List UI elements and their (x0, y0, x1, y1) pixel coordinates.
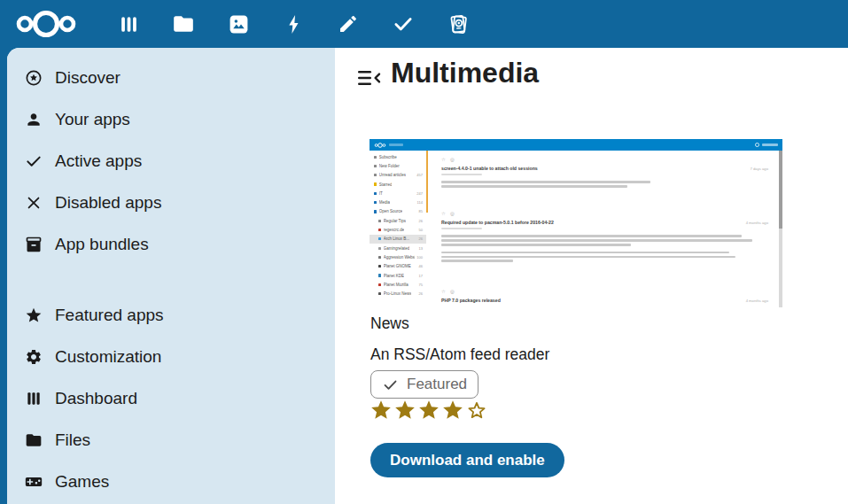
sidebar-item-games[interactable]: Games (7, 461, 335, 502)
main-content: Multimedia (335, 48, 848, 504)
sidebar-item-featured-apps[interactable]: Featured apps (7, 294, 335, 336)
sidebar-item-active-apps[interactable]: Active apps (7, 140, 335, 182)
feed-favicon (378, 247, 381, 250)
star-icon (25, 306, 43, 324)
feed-favicon (378, 274, 381, 276)
screenshot-scrollbar (779, 151, 782, 307)
feed-favicon (378, 283, 381, 286)
feed-list-item: Planet GNOME 46 (370, 262, 426, 271)
feed-favicon (378, 237, 381, 240)
screenshot-article-list: ☆◎ screen-4.4.0-1 unable to attach old s… (426, 151, 782, 307)
feed-list-item: Regular Tips 26 (370, 216, 426, 225)
sidebar-item-label: App bundles (55, 235, 149, 254)
feed-favicon (374, 210, 377, 213)
page-title: Multimedia (391, 57, 539, 89)
app-navigation (111, 6, 476, 42)
nextcloud-logo[interactable] (12, 4, 81, 43)
app-name: News (370, 314, 409, 333)
feed-favicon (378, 292, 381, 295)
sidebar-item-discover[interactable]: Discover (7, 57, 335, 98)
mini-nextcloud-logo (374, 142, 386, 149)
screenshot-topbar (370, 139, 782, 151)
sidebar-item-your-apps[interactable]: Your apps (7, 98, 335, 140)
gamepad-icon (25, 473, 43, 491)
dashboard-icon[interactable] (111, 6, 146, 42)
feed-list-item: regexcrc.de 50 (370, 225, 426, 234)
check-icon (25, 152, 43, 170)
close-icon (25, 194, 43, 212)
feed-list-item: Open Source 85 (370, 207, 426, 216)
feed-list-item: Aggression Websi... 100 (370, 252, 426, 261)
notes-icon[interactable] (331, 6, 366, 42)
star-filled-icon (417, 399, 440, 422)
feed-favicon (378, 265, 381, 268)
files-icon[interactable] (166, 6, 201, 42)
feed-list-item: Unread articles 457 (370, 171, 426, 180)
cards-icon[interactable] (440, 6, 476, 42)
download-enable-button[interactable]: Download and enable (370, 443, 564, 477)
article-body-placeholder (441, 174, 768, 188)
folder-icon (25, 431, 43, 449)
mini-eye-icon: ◎ (450, 211, 455, 216)
unread-indicator-line (426, 151, 428, 213)
content-panel: Discover Your apps Active apps Disabled … (7, 48, 848, 504)
screenshot-feed-list: Subscribe New Folder Unread articles (370, 151, 426, 307)
sidebar-item-label: Your apps (55, 110, 130, 129)
photos-icon[interactable] (221, 6, 256, 42)
app-description: An RSS/Atom feed reader (370, 345, 549, 364)
feed-list-item: Planet Mozilla 75 (370, 280, 426, 289)
feed-list-item: IT 247 (370, 189, 426, 198)
feed-favicon (374, 156, 377, 159)
feed-list-item: Pro-Linux News 26 (370, 289, 426, 298)
screenshot-body: Subscribe New Folder Unread articles (370, 151, 782, 307)
mini-eye-icon: ◎ (450, 289, 455, 294)
star-filled-icon (370, 399, 393, 422)
sidebar-item-label: Files (55, 430, 90, 450)
sidebar-item-customization[interactable]: Customization (7, 336, 335, 377)
star-rating (370, 399, 488, 422)
sidebar-item-label: Active apps (55, 151, 142, 171)
top-header-bar (0, 0, 848, 48)
feed-favicon (374, 165, 377, 167)
sidebar-item-label: Disabled apps (55, 193, 161, 213)
star-filled-icon (393, 399, 416, 422)
feed-list-item: Starred (370, 180, 426, 189)
tasks-icon[interactable] (385, 6, 421, 42)
screenshot-article: ☆◎ Required update to pacman-5.0.1 befor… (441, 211, 768, 262)
feed-favicon (378, 256, 381, 259)
open-navigation-icon[interactable] (356, 67, 383, 90)
featured-badge: Featured (370, 370, 478, 399)
featured-badge-label: Featured (407, 376, 467, 393)
feed-favicon (374, 201, 377, 204)
mini-search-icon (755, 143, 760, 148)
screenshot-article: ☆◎ screen-4.4.0-1 unable to attach old s… (441, 157, 768, 188)
feed-favicon (378, 229, 381, 231)
feed-favicon (374, 174, 377, 176)
feed-favicon (374, 192, 377, 195)
sidebar-item-label: Discover (55, 68, 121, 88)
check-icon (382, 376, 399, 393)
feed-list-item: Gamingrelated 13 (370, 244, 426, 252)
mini-topbar-right (755, 143, 779, 148)
feed-list-item: New Folder (370, 161, 426, 170)
activity-icon[interactable] (276, 6, 311, 42)
mini-user-placeholder (762, 143, 778, 146)
app-screenshot: Subscribe New Folder Unread articles (370, 139, 782, 307)
star-filled-icon (441, 399, 464, 422)
star-outline-icon (465, 399, 488, 422)
sidebar-item-app-bundles[interactable]: App bundles (7, 223, 335, 265)
sidebar-item-label: Games (55, 472, 109, 492)
sidebar-item-dashboard[interactable]: Dashboard (7, 377, 335, 419)
sidebar-item-disabled-apps[interactable]: Disabled apps (7, 182, 335, 223)
archive-box-icon (25, 236, 43, 253)
feed-list-item: Arch Linux B... 26 (370, 235, 426, 244)
screenshot-article: ☆◎ PHP 7.0 packages released 4 months ag… (441, 289, 768, 303)
user-icon (25, 111, 43, 128)
sidebar-item-files[interactable]: Files (7, 419, 335, 461)
sidebar-item-label: Dashboard (55, 389, 137, 408)
feed-favicon (374, 182, 377, 185)
mini-appname-placeholder (389, 143, 403, 146)
feed-list-item: Subscribe (370, 152, 426, 161)
sidebar-item-label: Featured apps (55, 306, 164, 325)
discover-icon (25, 69, 43, 87)
